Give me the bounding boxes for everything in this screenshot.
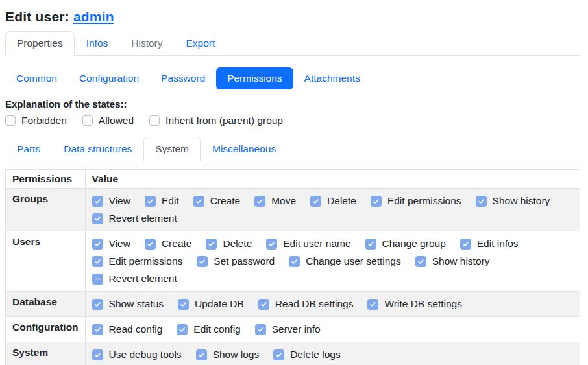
row-value-cell: Show statusUpdate DBRead DB settingsWrit… <box>85 292 580 317</box>
header-permissions: Permissions <box>6 170 86 189</box>
permission-system-show-logs[interactable]: Show logs <box>196 349 260 360</box>
state-inherit-from-parent-group-checkbox-unchecked[interactable] <box>149 115 160 126</box>
configuration-read-config-checkbox-checked[interactable] <box>92 324 103 335</box>
permission-users-delete[interactable]: Delete <box>206 238 252 250</box>
users-delete-checkbox-checked[interactable] <box>206 239 217 250</box>
permission-users-change-user-settings[interactable]: Change user settings <box>289 255 400 267</box>
permission-database-read-db-settings[interactable]: Read DB settings <box>258 298 354 310</box>
database-update-db-checkbox-checked[interactable] <box>178 299 189 310</box>
permission-label: Write DB settings <box>384 298 461 310</box>
section-tab-miscellaneous[interactable]: Miscellaneous <box>201 137 288 161</box>
state-option-label: Forbidden <box>21 115 67 126</box>
row-value-cell: Use debug toolsShow logsDelete logs <box>85 342 580 365</box>
state-allowed-checkbox-unchecked[interactable] <box>82 115 93 126</box>
users-revert-element-checkbox-indeterminate[interactable] <box>92 274 103 285</box>
permission-groups-show-history[interactable]: Show history <box>476 195 550 207</box>
groups-show-history-checkbox-checked[interactable] <box>476 196 487 207</box>
permission-users-revert-element[interactable]: Revert element <box>92 273 177 285</box>
users-change-user-settings-checkbox-checked[interactable] <box>289 256 300 267</box>
permission-configuration-read-config[interactable]: Read config <box>92 324 163 335</box>
permission-groups-create[interactable]: Create <box>193 195 241 207</box>
header-value: Value <box>85 170 580 189</box>
permission-groups-edit-permissions[interactable]: Edit permissions <box>371 195 461 207</box>
user-link[interactable]: admin <box>73 9 114 24</box>
permissions-table-body: GroupsViewEditCreateMoveDeleteEdit permi… <box>6 189 580 365</box>
users-edit-user-name-checkbox-checked[interactable] <box>266 239 277 250</box>
row-value-cell: ViewCreateDeleteEdit user nameChange gro… <box>85 231 580 292</box>
subtab-password[interactable]: Password <box>150 67 216 89</box>
tab-export[interactable]: Export <box>175 31 227 56</box>
page-title-prefix: Edit user: <box>5 9 69 24</box>
state-option-forbidden[interactable]: Forbidden <box>5 115 67 126</box>
permission-label: Create <box>210 195 241 207</box>
users-show-history-checkbox-checked[interactable] <box>415 256 426 267</box>
users-edit-permissions-checkbox-checked[interactable] <box>92 256 103 267</box>
subtab-attachments[interactable]: Attachments <box>293 67 371 89</box>
permission-groups-move[interactable]: Move <box>254 195 296 207</box>
users-change-group-checkbox-checked[interactable] <box>365 239 376 250</box>
database-read-db-settings-checkbox-checked[interactable] <box>258 299 269 310</box>
permission-users-view[interactable]: View <box>92 238 130 250</box>
database-write-db-settings-checkbox-checked[interactable] <box>367 299 378 310</box>
groups-move-checkbox-checked[interactable] <box>254 196 265 207</box>
state-forbidden-checkbox-unchecked[interactable] <box>5 115 16 126</box>
groups-view-checkbox-checked[interactable] <box>92 196 103 207</box>
groups-edit-permissions-checkbox-checked[interactable] <box>371 196 382 207</box>
configuration-edit-config-checkbox-checked[interactable] <box>177 324 188 335</box>
section-tab-parts[interactable]: Parts <box>5 137 52 161</box>
check-icon <box>94 351 101 359</box>
state-option-allowed[interactable]: Allowed <box>82 115 134 126</box>
permission-users-show-history[interactable]: Show history <box>415 255 490 267</box>
permission-label: Change user settings <box>306 255 400 267</box>
tab-properties[interactable]: Properties <box>5 31 75 56</box>
permission-label: Server info <box>272 324 321 335</box>
groups-delete-checkbox-checked[interactable] <box>310 196 321 207</box>
users-create-checkbox-checked[interactable] <box>145 239 156 250</box>
section-tab-data-structures[interactable]: Data structures <box>52 137 143 161</box>
check-icon <box>260 301 267 308</box>
check-icon <box>312 198 319 205</box>
groups-create-checkbox-checked[interactable] <box>193 196 204 207</box>
users-set-password-checkbox-checked[interactable] <box>197 256 208 267</box>
check-icon <box>94 258 101 265</box>
permission-database-write-db-settings[interactable]: Write DB settings <box>367 298 461 310</box>
permission-groups-view[interactable]: View <box>92 195 130 207</box>
system-use-debug-tools-checkbox-checked[interactable] <box>92 349 103 360</box>
permission-users-create[interactable]: Create <box>145 238 192 250</box>
permission-system-delete-logs[interactable]: Delete logs <box>273 349 341 360</box>
permission-database-show-status[interactable]: Show status <box>92 298 164 310</box>
permission-users-set-password[interactable]: Set password <box>197 255 275 267</box>
permission-users-edit-infos[interactable]: Edit infos <box>460 238 519 250</box>
configuration-server-info-checkbox-checked[interactable] <box>255 324 266 335</box>
tab-history[interactable]: History <box>119 31 174 56</box>
permission-configuration-edit-config[interactable]: Edit config <box>177 324 240 335</box>
permission-users-change-group[interactable]: Change group <box>365 238 446 250</box>
system-show-logs-checkbox-checked[interactable] <box>196 349 207 360</box>
permission-configuration-server-info[interactable]: Server info <box>255 324 321 335</box>
permission-users-edit-user-name[interactable]: Edit user name <box>266 238 350 250</box>
section-tab-system[interactable]: System <box>143 137 201 161</box>
check-icon <box>94 215 101 222</box>
state-option-inherit-from-parent-group[interactable]: Inherit from (parent) group <box>149 115 283 126</box>
groups-revert-element-checkbox-checked[interactable] <box>92 213 103 224</box>
users-edit-infos-checkbox-checked[interactable] <box>460 239 471 250</box>
subtab-configuration[interactable]: Configuration <box>68 67 150 89</box>
groups-edit-checkbox-checked[interactable] <box>145 196 156 207</box>
permission-groups-revert-element[interactable]: Revert element <box>92 213 177 224</box>
permission-groups-edit[interactable]: Edit <box>145 195 179 207</box>
database-show-status-checkbox-checked[interactable] <box>92 299 103 310</box>
permission-label: Set password <box>214 255 275 267</box>
tab-infos[interactable]: Infos <box>75 31 120 56</box>
permission-label: Show history <box>493 195 550 207</box>
permission-line: Show statusUpdate DBRead DB settingsWrit… <box>92 296 573 312</box>
permission-database-update-db[interactable]: Update DB <box>178 298 244 310</box>
check-icon <box>275 351 282 359</box>
permission-label: Edit permissions <box>387 195 461 207</box>
permission-system-use-debug-tools[interactable]: Use debug tools <box>92 349 182 360</box>
permission-groups-delete[interactable]: Delete <box>310 195 356 207</box>
subtab-permissions[interactable]: Permissions <box>216 67 293 89</box>
permission-users-edit-permissions[interactable]: Edit permissions <box>92 255 183 267</box>
system-delete-logs-checkbox-checked[interactable] <box>273 349 284 360</box>
users-view-checkbox-checked[interactable] <box>92 239 103 250</box>
subtab-common[interactable]: Common <box>5 67 68 89</box>
